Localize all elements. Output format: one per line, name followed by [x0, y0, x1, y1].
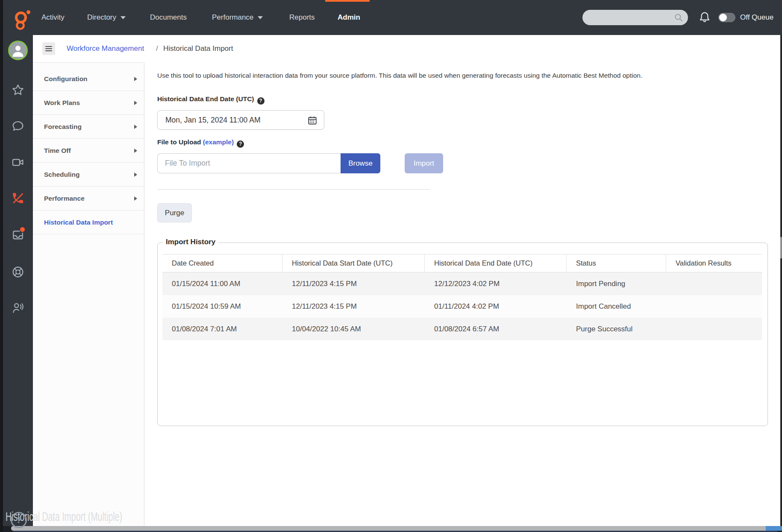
chevron-right-icon: [134, 196, 137, 201]
sidebar-item-forecasting[interactable]: Forecasting: [33, 115, 144, 139]
cell-validation: [666, 272, 762, 295]
logo-ring-2: [16, 21, 25, 30]
cell-status: Import Pending: [567, 272, 666, 295]
sidebar-item-historical-data-import[interactable]: Historical Data Import: [33, 210, 144, 234]
help-icon[interactable]: ?: [257, 97, 265, 105]
app-window: Activity Directory Documents Performance…: [0, 0, 782, 532]
nav-admin[interactable]: Admin: [338, 0, 360, 35]
col-end-date[interactable]: Historical Data End Date (UTC): [425, 254, 567, 272]
nav-documents[interactable]: Documents: [150, 0, 187, 35]
import-history-panel: Import History Date Created Historical D…: [157, 243, 768, 426]
example-link[interactable]: (example): [203, 138, 234, 146]
breadcrumb: Workforce Management / Historical Data I…: [33, 35, 780, 62]
file-upload-label: File to Upload (example)?: [157, 138, 244, 148]
end-date-label-text: Historical Data End Date (UTC): [157, 95, 254, 102]
cell-validation: [666, 295, 762, 318]
help-fab-icon[interactable]: ?: [11, 512, 27, 528]
bottom-window-strip: [0, 526, 782, 532]
user-avatar[interactable]: [8, 41, 28, 60]
chat-icon[interactable]: [11, 119, 25, 133]
chevron-right-icon: [134, 101, 137, 105]
table-row[interactable]: 01/15/2024 10:59 AM 12/11/2023 4:15 PM 0…: [162, 295, 762, 318]
end-date-label: Historical Data End Date (UTC)?: [157, 95, 265, 105]
cell-date-created: 01/08/2024 7:01 AM: [162, 318, 282, 340]
nav-performance[interactable]: Performance: [212, 0, 263, 35]
agent-speaking-icon[interactable]: [11, 301, 25, 315]
import-history-table: Date Created Historical Data Start Date …: [162, 254, 762, 340]
top-nav-bar: Activity Directory Documents Performance…: [3, 0, 782, 35]
chevron-right-icon: [134, 172, 137, 177]
cell-start-date: 12/11/2023 4:15 PM: [282, 295, 425, 318]
search-icon[interactable]: [673, 12, 684, 23]
logo-dot: [26, 10, 30, 14]
vertical-scrollbar-thumb[interactable]: [780, 237, 782, 258]
nav-admin-label: Admin: [338, 13, 360, 21]
sidebar-item-work-plans[interactable]: Work Plans: [33, 91, 144, 115]
sidebar-item-label: Time Off: [44, 147, 71, 154]
favorites-star-icon[interactable]: [11, 83, 25, 97]
cell-status: Purge Successful: [567, 318, 666, 340]
nav-reports-label: Reports: [289, 13, 315, 21]
cell-start-date: 10/04/2022 10:45 AM: [282, 318, 425, 340]
calendar-icon: [307, 115, 318, 126]
horizontal-scrollbar-thumb[interactable]: [766, 526, 782, 531]
col-validation-results[interactable]: Validation Results: [666, 254, 762, 272]
off-queue-toggle[interactable]: [718, 13, 735, 22]
cell-end-date: 01/11/2024 4:02 PM: [425, 295, 567, 318]
table-row[interactable]: 01/15/2024 11:00 AM 12/11/2023 4:15 PM 1…: [162, 272, 762, 295]
window-left-edge: [0, 0, 3, 532]
end-date-picker[interactable]: Mon, Jan 15, 2024 11:00 AM: [157, 110, 324, 130]
file-to-import-input[interactable]: [157, 153, 341, 173]
genesys-logo-icon[interactable]: [12, 7, 32, 29]
chevron-down-icon: [258, 16, 263, 19]
person-icon: [9, 42, 26, 59]
vertical-scrollbar[interactable]: [780, 35, 782, 526]
col-date-created[interactable]: Date Created: [162, 254, 282, 272]
sidebar-item-time-off[interactable]: Time Off: [33, 139, 144, 163]
table-row[interactable]: 01/08/2024 7:01 AM 10/04/2022 10:45 AM 0…: [162, 318, 762, 340]
nav-reports[interactable]: Reports: [289, 0, 315, 35]
help-icon[interactable]: ?: [237, 140, 244, 148]
chevron-down-icon: [121, 16, 126, 19]
toggle-knob: [719, 14, 727, 21]
nav-activity-label: Activity: [41, 13, 65, 21]
end-call-phone-slash-icon[interactable]: [11, 191, 25, 205]
cell-status: Import Cancelled: [567, 295, 666, 318]
sidebar-item-label: Historical Data Import: [44, 219, 113, 226]
main-content: Use this tool to upload historical inter…: [144, 62, 780, 526]
global-search-input[interactable]: [589, 10, 672, 26]
sidebar-item-configuration[interactable]: Configuration: [33, 67, 144, 91]
wfm-sidebar-menu: Configuration Work Plans Forecasting Tim…: [33, 62, 144, 526]
breadcrumb-workforce-management[interactable]: Workforce Management: [67, 35, 144, 62]
chevron-right-icon: [134, 77, 137, 81]
nav-directory[interactable]: Directory: [87, 0, 126, 35]
nav-directory-label: Directory: [87, 13, 116, 21]
notification-dot: [19, 226, 26, 233]
sidebar-item-label: Work Plans: [44, 99, 80, 106]
sidebar-item-scheduling[interactable]: Scheduling: [33, 163, 144, 187]
notifications-bell-icon[interactable]: [697, 10, 712, 25]
col-status[interactable]: Status: [567, 254, 666, 272]
horizontal-scrollbar[interactable]: [11, 526, 782, 531]
off-queue-label: Off Queue: [740, 0, 773, 35]
global-search: [582, 10, 688, 25]
import-button[interactable]: Import: [405, 153, 443, 173]
sidebar-item-performance[interactable]: Performance: [33, 187, 144, 210]
video-call-icon[interactable]: [11, 155, 25, 169]
menu-hamburger-icon[interactable]: [42, 42, 55, 55]
purge-button[interactable]: Purge: [157, 203, 192, 222]
nav-activity[interactable]: Activity: [41, 0, 65, 35]
chevron-right-icon: [134, 149, 137, 153]
page-title: Historical Data Import: [163, 35, 233, 62]
chevron-right-icon: [134, 125, 137, 129]
cell-end-date: 12/12/2023 4:02 PM: [425, 272, 567, 295]
life-ring-icon[interactable]: [11, 265, 25, 279]
sidebar-item-label: Performance: [44, 195, 85, 202]
browse-button[interactable]: Browse: [341, 153, 380, 173]
nav-performance-label: Performance: [212, 13, 253, 21]
breadcrumb-separator: /: [156, 35, 158, 62]
inbox-icon[interactable]: [11, 228, 25, 242]
col-start-date[interactable]: Historical Data Start Date (UTC): [282, 254, 425, 272]
left-icon-rail: [3, 35, 33, 526]
end-date-value: Mon, Jan 15, 2024 11:00 AM: [165, 111, 260, 129]
